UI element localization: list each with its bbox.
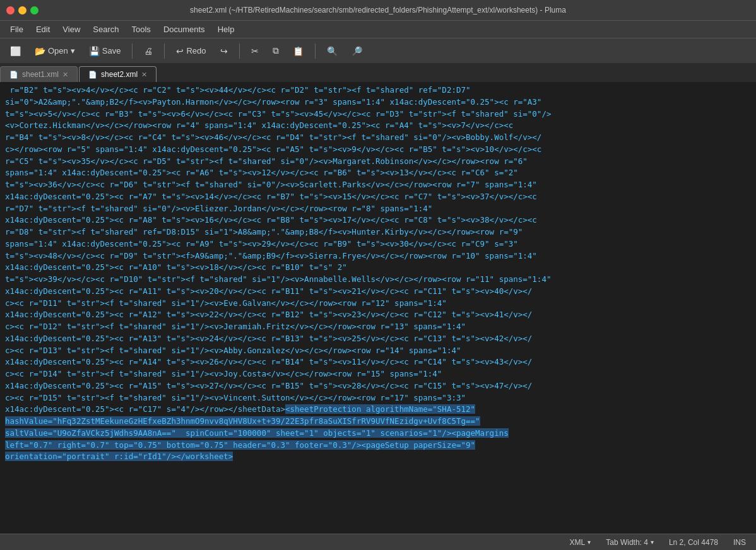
open-button[interactable]: 📂 Open ▾ bbox=[30, 44, 80, 59]
menu-search[interactable]: Search bbox=[88, 23, 124, 35]
find-replace-icon: 🔎 bbox=[351, 46, 362, 56]
undo-label: Redo bbox=[186, 46, 206, 56]
cut-button[interactable]: ✂ bbox=[246, 44, 264, 59]
save-icon: 💾 bbox=[89, 46, 100, 56]
open-label: Open bbox=[48, 46, 68, 56]
editor-main-text: r="B2" t="s"><v>4</v></c><c r="C2" t="s"… bbox=[5, 85, 551, 414]
status-tab-arrow: ▾ bbox=[651, 539, 654, 546]
paste-icon: 📋 bbox=[293, 46, 304, 56]
tab-sheet1-label: sheet1.xml bbox=[22, 70, 59, 79]
paste-button[interactable]: 📋 bbox=[288, 44, 309, 59]
open-icon: 📂 bbox=[35, 46, 45, 56]
tab-sheet1[interactable]: 📄 sheet1.xml ✕ bbox=[0, 66, 78, 82]
title-bar: sheet2.xml (~/HTB/RetiredMachines/search… bbox=[0, 0, 756, 20]
status-language[interactable]: XML ▾ bbox=[570, 538, 591, 547]
copy-button[interactable]: ⧉ bbox=[268, 43, 284, 59]
menu-documents[interactable]: Documents bbox=[158, 23, 210, 35]
tab-sheet2-label: sheet2.xml bbox=[101, 70, 138, 79]
find-button[interactable]: 🔍 bbox=[322, 44, 343, 59]
minimize-button[interactable] bbox=[18, 6, 27, 15]
menu-bar: File Edit View Search Tools Documents He… bbox=[0, 20, 756, 38]
print-button[interactable]: 🖨 bbox=[139, 44, 158, 59]
new-icon: ⬜ bbox=[10, 46, 21, 56]
window-controls bbox=[6, 6, 38, 15]
find-replace-button[interactable]: 🔎 bbox=[346, 44, 367, 59]
toolbar: ⬜ 📂 Open ▾ 💾 Save 🖨 ↩ Redo ↪ ✂ ⧉ 📋 🔍 🔎 bbox=[0, 38, 756, 63]
status-language-label: XML bbox=[570, 538, 586, 547]
undo-icon: ↩ bbox=[176, 46, 184, 56]
cut-icon: ✂ bbox=[251, 46, 259, 56]
redo-button[interactable]: ↪ bbox=[215, 44, 233, 59]
status-position-label: Ln 2, Col 4478 bbox=[669, 538, 718, 547]
tab-sheet1-close[interactable]: ✕ bbox=[62, 71, 68, 79]
status-bar: XML ▾ Tab Width: 4 ▾ Ln 2, Col 4478 INS bbox=[0, 534, 756, 550]
maximize-button[interactable] bbox=[30, 6, 38, 15]
toolbar-separator-3 bbox=[239, 44, 240, 59]
status-mode-label: INS bbox=[733, 538, 746, 547]
status-mode: INS bbox=[733, 538, 746, 547]
menu-file[interactable]: File bbox=[5, 23, 28, 35]
menu-view[interactable]: View bbox=[57, 23, 85, 35]
save-label: Save bbox=[102, 46, 121, 56]
save-button[interactable]: 💾 Save bbox=[84, 44, 126, 59]
status-position: Ln 2, Col 4478 bbox=[669, 538, 718, 547]
tab-bar: 📄 sheet1.xml ✕ 📄 sheet2.xml ✕ bbox=[0, 63, 756, 82]
print-icon: 🖨 bbox=[144, 46, 153, 56]
close-button[interactable] bbox=[6, 6, 15, 15]
editor-content[interactable]: r="B2" t="s"><v>4</v></c><c r="C2" t="s"… bbox=[0, 82, 756, 508]
tab-sheet2[interactable]: 📄 sheet2.xml ✕ bbox=[79, 66, 157, 82]
status-language-arrow: ▾ bbox=[588, 539, 591, 546]
menu-edit[interactable]: Edit bbox=[31, 23, 55, 35]
copy-icon: ⧉ bbox=[273, 45, 279, 56]
toolbar-separator-4 bbox=[315, 44, 316, 59]
find-icon: 🔍 bbox=[327, 46, 338, 56]
redo-icon: ↪ bbox=[220, 46, 228, 56]
tab-sheet2-icon: 📄 bbox=[88, 71, 97, 79]
status-tab-width-label: Tab Width: 4 bbox=[606, 538, 648, 547]
toolbar-separator-2 bbox=[164, 44, 165, 59]
new-button[interactable]: ⬜ bbox=[5, 44, 26, 59]
menu-help[interactable]: Help bbox=[213, 23, 240, 35]
status-tab-width[interactable]: Tab Width: 4 ▾ bbox=[606, 538, 654, 547]
window-title: sheet2.xml (~/HTB/RetiredMachines/search… bbox=[190, 6, 566, 15]
tab-sheet1-icon: 📄 bbox=[9, 71, 18, 79]
tab-sheet2-close[interactable]: ✕ bbox=[141, 71, 147, 79]
undo-button[interactable]: ↩ Redo bbox=[171, 44, 211, 59]
editor-area[interactable]: r="B2" t="s"><v>4</v></c><c r="C2" t="s"… bbox=[0, 82, 756, 534]
open-arrow-icon: ▾ bbox=[71, 46, 75, 56]
menu-tools[interactable]: Tools bbox=[127, 23, 156, 35]
toolbar-separator-1 bbox=[132, 44, 133, 59]
